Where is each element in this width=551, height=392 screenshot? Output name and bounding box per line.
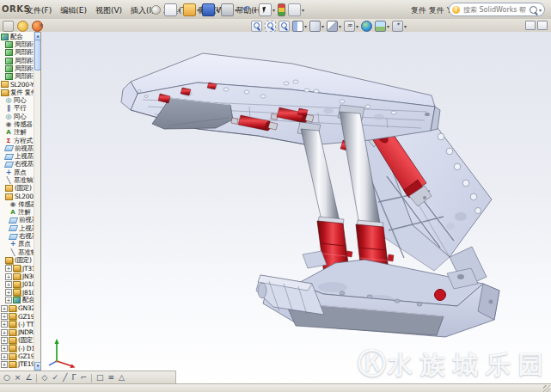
new-document-button[interactable]: ▾ [163,3,181,17]
expand-icon[interactable]: + [1,329,8,336]
print-document-dropdown-icon[interactable]: ▾ [235,7,237,13]
search-input[interactable] [462,5,528,15]
tree-item-33[interactable]: +配合 [0,297,34,304]
expand-icon[interactable]: + [5,265,12,272]
expand-icon[interactable]: + [5,281,12,288]
tree-item-7[interactable]: 复件 复件 [0,89,34,96]
tree-item-41[interactable]: +JTE19E [0,360,34,368]
expand-icon[interactable]: + [1,361,8,368]
tree-item-19[interactable]: (固定) 件1 [0,185,34,193]
tree-item-31[interactable]: +J010 [0,280,34,288]
sketch-circle-button[interactable]: ○ [3,372,10,383]
display-style-dropdown-icon[interactable]: ▾ [339,23,341,29]
expand-icon[interactable]: + [1,337,8,344]
tree-item-24[interactable]: 上视基准面 [0,224,34,232]
doc-restore-icon[interactable] [525,21,536,30]
expand-icon[interactable]: + [5,289,12,296]
tree-item-9[interactable]: ∥平行 [0,105,34,113]
tree-item-26[interactable]: +原点 [0,241,34,248]
tree-item-18[interactable]: ╲基准轴1 [0,176,34,184]
expand-icon[interactable]: + [1,313,8,320]
tree-item-15[interactable]: 上视基准面 [0,152,34,160]
section-view-button[interactable]: ▾ [291,20,308,33]
sketch-corner-button[interactable]: Γ [71,372,76,383]
tree-item-40[interactable]: +GZ19-3 [0,352,34,360]
tree-item-16[interactable]: 右视基准面 [0,161,34,168]
assembly-model[interactable] [40,32,551,383]
tree-item-22[interactable]: A注解 [0,209,34,217]
rebuild-button[interactable] [277,3,286,17]
tree-item-2[interactable]: 局部距离配 [0,49,34,57]
menu-item-0[interactable]: 文件(F) [22,4,55,17]
tree-item-34[interactable]: +GN320 [0,304,34,312]
undo-button[interactable]: ↶▾ [239,3,257,17]
tree-item-28[interactable]: (固定) [0,256,34,264]
favorites-button[interactable] [16,20,29,33]
save-document-dropdown-icon[interactable]: ▾ [216,7,218,13]
tree-item-6[interactable]: SL200-Y033-2 [0,81,34,89]
tree-item-23[interactable]: 前视基准面 [0,217,34,224]
file-properties-button[interactable]: ▾ [287,3,305,17]
search-dropdown-icon[interactable]: ▾ [539,7,542,13]
tree-item-11[interactable]: ◉传感器 [0,120,34,128]
tree-item-5[interactable]: 局部距离配 [0,72,34,80]
tree-item-27[interactable]: ╲基准轴1 [0,248,34,256]
graphics-area[interactable]: Ⓚ水族城乐园 [40,32,551,383]
sketch-line-button[interactable]: ╱ [63,372,67,383]
sketch-offset-button[interactable]: ⌐ [80,372,87,383]
menu-item-1[interactable]: 编辑(E) [57,4,90,17]
sketch-trim-button[interactable]: × [15,372,21,383]
tree-item-20[interactable]: SL200- [0,193,34,200]
hide-show-items-dropdown-icon[interactable]: ▾ [356,23,358,29]
apply-scene-dropdown-icon[interactable]: ▾ [387,23,389,29]
tree-item-0[interactable]: 配合 [0,33,34,40]
hide-show-items-button[interactable]: ∞▾ [343,20,359,33]
display-style-button[interactable]: ▾ [326,20,342,33]
select-dropdown-icon[interactable]: ▾ [272,7,275,13]
search-box[interactable]: ? ▾ [449,3,545,16]
apply-scene-button[interactable]: ▾ [374,20,390,33]
tree-item-10[interactable]: ◎同心 [0,113,34,120]
doc-close-icon[interactable] [537,21,548,30]
edit-appearance-button[interactable] [360,20,373,33]
tree-item-8[interactable]: ◎同心 [0,96,34,104]
sketch-polygon-button[interactable]: ◇ [41,372,47,383]
tree-item-30[interactable]: +JN30 [0,273,34,280]
section-view-dropdown-icon[interactable]: ▾ [304,23,307,29]
resize-grip[interactable] [543,385,550,392]
previous-view-button[interactable] [278,20,291,33]
toolbar-options-button[interactable] [2,20,15,33]
tree-item-39[interactable]: +(-) D1 [0,345,34,352]
tree-item-12[interactable]: A注解 [0,129,34,137]
tree-item-3[interactable]: 局部距离配 [0,57,34,64]
print-document-button[interactable]: ▾ [220,3,238,17]
view-orientation-button[interactable]: ▾ [309,20,325,33]
sketch-rectangle-button[interactable]: □ [96,372,104,383]
tree-item-37[interactable]: +JNDR(9 [0,328,34,336]
zoom-to-area-button[interactable] [264,20,277,33]
tree-item-4[interactable]: 局部距离配 [0,64,34,72]
sketch-check-button[interactable]: ✓ [52,372,58,383]
select-button[interactable]: ▾ [258,3,276,17]
tree-scrollbar[interactable]: ▲ ▼ [34,32,40,371]
toolbar-overflow-button[interactable]: » [39,21,44,29]
view-orientation-dropdown-icon[interactable]: ▾ [321,23,324,29]
open-document-button[interactable]: ▾ [182,3,200,17]
sketch-triangle-button[interactable]: △ [119,372,125,383]
expand-icon[interactable]: + [5,273,12,280]
view-settings-dropdown-icon[interactable]: ▾ [404,23,407,29]
tree-item-14[interactable]: 前视基准面 [0,144,34,152]
save-document-button[interactable]: ▾ [201,3,219,17]
undo-dropdown-icon[interactable]: ▾ [254,7,256,13]
pin-menu-icon[interactable] [151,5,161,15]
expand-icon[interactable]: + [1,353,8,360]
search-icon[interactable] [530,6,537,14]
scroll-down-icon[interactable]: ▼ [34,362,41,371]
scroll-thumb[interactable] [34,40,41,70]
sketch-linear-pattern-button[interactable]: ≡ [107,372,114,383]
expand-icon[interactable]: + [5,297,12,303]
tree-item-21[interactable]: ◉传感器 [0,200,34,208]
menu-item-2[interactable]: 视图(V) [92,4,126,17]
tree-item-35[interactable]: +GZ19(A [0,312,34,320]
tree-item-13[interactable]: Σ方程式 -> [0,137,34,144]
